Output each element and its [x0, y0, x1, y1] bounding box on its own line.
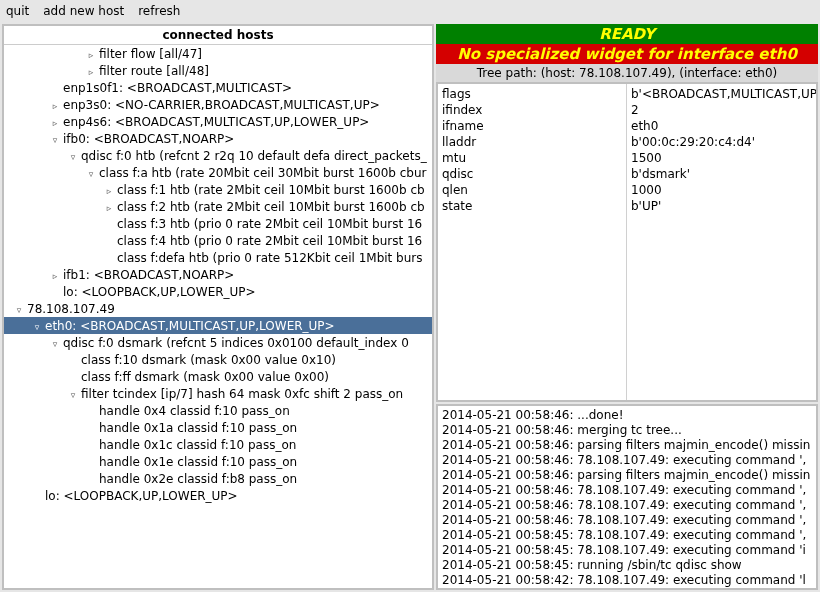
log-line: 2014-05-21 00:58:46: 78.108.107.49: exec… [442, 483, 812, 498]
no-specialized-widget-bar: No specialized widget for interface eth0 [436, 44, 818, 64]
tree-row-label: class f:3 htb (prio 0 rate 2Mbit ceil 10… [117, 217, 422, 231]
expander-closed-icon[interactable]: ▹ [50, 98, 60, 115]
expander-closed-icon[interactable]: ▹ [104, 200, 114, 217]
property-key[interactable]: state [442, 198, 622, 214]
tree-row[interactable]: class f:10 dsmark (mask 0x00 value 0x10) [4, 351, 432, 368]
main-area: connected hosts ▹filter flow [all/47]▹fi… [0, 22, 820, 592]
tree-row[interactable]: class f:defa htb (prio 0 rate 512Kbit ce… [4, 249, 432, 266]
tree-row-label: handle 0x1c classid f:10 pass_on [99, 438, 296, 452]
tree-row[interactable]: ▿eth0: <BROADCAST,MULTICAST,UP,LOWER_UP> [4, 317, 432, 334]
property-value[interactable]: 1000 [631, 182, 812, 198]
tree-row[interactable]: class f:ff dsmark (mask 0x00 value 0x00) [4, 368, 432, 385]
property-value[interactable]: eth0 [631, 118, 812, 134]
property-key[interactable]: ifname [442, 118, 622, 134]
tree-row-label: enp3s0: <NO-CARRIER,BROADCAST,MULTICAST,… [63, 98, 380, 112]
property-key[interactable]: qlen [442, 182, 622, 198]
tree-row[interactable]: ▹class f:1 htb (rate 2Mbit ceil 10Mbit b… [4, 181, 432, 198]
right-pane: READY No specialized widget for interfac… [436, 24, 818, 590]
properties-values-column[interactable]: b'<BROADCAST,MULTICAST,UP,L2eth0b'00:0c:… [627, 84, 816, 400]
tree-row[interactable]: ▹filter route [all/48] [4, 62, 432, 79]
menubar: quit add new host refresh [0, 0, 820, 22]
tree-row[interactable]: ▿qdisc f:0 dsmark (refcnt 5 indices 0x01… [4, 334, 432, 351]
tree-row-label: class f:4 htb (prio 0 rate 2Mbit ceil 10… [117, 234, 422, 248]
tree-row[interactable]: ▹ifb1: <BROADCAST,NOARP> [4, 266, 432, 283]
log-line: 2014-05-21 00:58:45: 78.108.107.49: exec… [442, 528, 812, 543]
tree-row-label: lo: <LOOPBACK,UP,LOWER_UP> [63, 285, 256, 299]
expander-open-icon[interactable]: ▿ [32, 319, 42, 336]
log-panel[interactable]: 2014-05-21 00:58:46: ...done!2014-05-21 … [436, 404, 818, 590]
expander-open-icon[interactable]: ▿ [86, 166, 96, 183]
tree-row-label: class f:a htb (rate 20Mbit ceil 30Mbit b… [99, 166, 427, 180]
tree-row-label: 78.108.107.49 [27, 302, 115, 316]
log-line: 2014-05-21 00:58:46: 78.108.107.49: exec… [442, 513, 812, 528]
property-value[interactable]: b'<BROADCAST,MULTICAST,UP,L [631, 86, 812, 102]
property-key[interactable]: ifindex [442, 102, 622, 118]
expander-open-icon[interactable]: ▿ [68, 149, 78, 166]
expander-closed-icon[interactable]: ▹ [86, 64, 96, 81]
hosts-tree[interactable]: ▹filter flow [all/47]▹filter route [all/… [4, 45, 432, 588]
property-value[interactable]: b'UP' [631, 198, 812, 214]
tree-row-label: filter tcindex [ip/7] hash 64 mask 0xfc … [81, 387, 403, 401]
tree-row-label: class f:2 htb (rate 2Mbit ceil 10Mbit bu… [117, 200, 425, 214]
properties-panel: flagsifindexifnamelladdrmtuqdiscqlenstat… [436, 82, 818, 402]
tree-row[interactable]: class f:3 htb (prio 0 rate 2Mbit ceil 10… [4, 215, 432, 232]
expander-closed-icon[interactable]: ▹ [104, 183, 114, 200]
tree-row-label: qdisc f:0 htb (refcnt 2 r2q 10 default d… [81, 149, 427, 163]
tree-row[interactable]: handle 0x1c classid f:10 pass_on [4, 436, 432, 453]
expander-open-icon[interactable]: ▿ [50, 132, 60, 149]
tree-row-label: handle 0x1e classid f:10 pass_on [99, 455, 297, 469]
log-line: 2014-05-21 00:58:46: 78.108.107.49: exec… [442, 498, 812, 513]
tree-row[interactable]: lo: <LOOPBACK,UP,LOWER_UP> [4, 487, 432, 504]
tree-row-label: ifb1: <BROADCAST,NOARP> [63, 268, 234, 282]
tree-row[interactable]: ▿ifb0: <BROADCAST,NOARP> [4, 130, 432, 147]
tree-row-label: eth0: <BROADCAST,MULTICAST,UP,LOWER_UP> [45, 319, 335, 333]
tree-row-label: handle 0x1a classid f:10 pass_on [99, 421, 297, 435]
tree-row[interactable]: ▿class f:a htb (rate 20Mbit ceil 30Mbit … [4, 164, 432, 181]
ready-bar: READY [436, 24, 818, 44]
tree-row[interactable]: handle 0x1e classid f:10 pass_on [4, 453, 432, 470]
log-line: 2014-05-21 00:58:46: 78.108.107.49: exec… [442, 453, 812, 468]
property-key[interactable]: qdisc [442, 166, 622, 182]
expander-open-icon[interactable]: ▿ [14, 302, 24, 319]
tree-row-label: handle 0x2e classid f:b8 pass_on [99, 472, 297, 486]
property-key[interactable]: lladdr [442, 134, 622, 150]
tree-row[interactable]: ▹enp4s6: <BROADCAST,MULTICAST,UP,LOWER_U… [4, 113, 432, 130]
expander-closed-icon[interactable]: ▹ [50, 115, 60, 132]
tree-row-label: enp4s6: <BROADCAST,MULTICAST,UP,LOWER_UP… [63, 115, 369, 129]
tree-row[interactable]: handle 0x4 classid f:10 pass_on [4, 402, 432, 419]
property-value[interactable]: b'dsmark' [631, 166, 812, 182]
tree-row-label: lo: <LOOPBACK,UP,LOWER_UP> [45, 489, 238, 503]
property-value[interactable]: 2 [631, 102, 812, 118]
tree-row-label: class f:1 htb (rate 2Mbit ceil 10Mbit bu… [117, 183, 425, 197]
expander-closed-icon[interactable]: ▹ [86, 47, 96, 64]
tree-row[interactable]: lo: <LOOPBACK,UP,LOWER_UP> [4, 283, 432, 300]
tree-row[interactable]: ▹enp3s0: <NO-CARRIER,BROADCAST,MULTICAST… [4, 96, 432, 113]
tree-row[interactable]: ▹filter flow [all/47] [4, 45, 432, 62]
log-line: 2014-05-21 00:58:46: parsing filters maj… [442, 438, 812, 453]
connected-hosts-header: connected hosts [4, 26, 432, 45]
tree-row[interactable]: handle 0x2e classid f:b8 pass_on [4, 470, 432, 487]
log-line: 2014-05-21 00:58:42: 78.108.107.49: exec… [442, 573, 812, 588]
expander-open-icon[interactable]: ▿ [68, 387, 78, 404]
expander-open-icon[interactable]: ▿ [50, 336, 60, 353]
tree-row[interactable]: ▿78.108.107.49 [4, 300, 432, 317]
tree-row[interactable]: class f:4 htb (prio 0 rate 2Mbit ceil 10… [4, 232, 432, 249]
menu-add-new-host[interactable]: add new host [43, 4, 124, 18]
log-line: 2014-05-21 00:58:46: parsing filters maj… [442, 468, 812, 483]
property-value[interactable]: 1500 [631, 150, 812, 166]
tree-row-label: enp1s0f1: <BROADCAST,MULTICAST> [63, 81, 292, 95]
menu-quit[interactable]: quit [6, 4, 29, 18]
property-key[interactable]: flags [442, 86, 622, 102]
menu-refresh[interactable]: refresh [138, 4, 180, 18]
tree-row[interactable]: ▿qdisc f:0 htb (refcnt 2 r2q 10 default … [4, 147, 432, 164]
tree-row[interactable]: ▹class f:2 htb (rate 2Mbit ceil 10Mbit b… [4, 198, 432, 215]
property-key[interactable]: mtu [442, 150, 622, 166]
tree-row-label: ifb0: <BROADCAST,NOARP> [63, 132, 234, 146]
expander-closed-icon[interactable]: ▹ [50, 268, 60, 285]
property-value[interactable]: b'00:0c:29:20:c4:d4' [631, 134, 812, 150]
tree-row[interactable]: enp1s0f1: <BROADCAST,MULTICAST> [4, 79, 432, 96]
tree-row[interactable]: handle 0x1a classid f:10 pass_on [4, 419, 432, 436]
tree-row[interactable]: ▿filter tcindex [ip/7] hash 64 mask 0xfc… [4, 385, 432, 402]
properties-keys-column[interactable]: flagsifindexifnamelladdrmtuqdiscqlenstat… [438, 84, 627, 400]
tree-row-label: handle 0x4 classid f:10 pass_on [99, 404, 290, 418]
